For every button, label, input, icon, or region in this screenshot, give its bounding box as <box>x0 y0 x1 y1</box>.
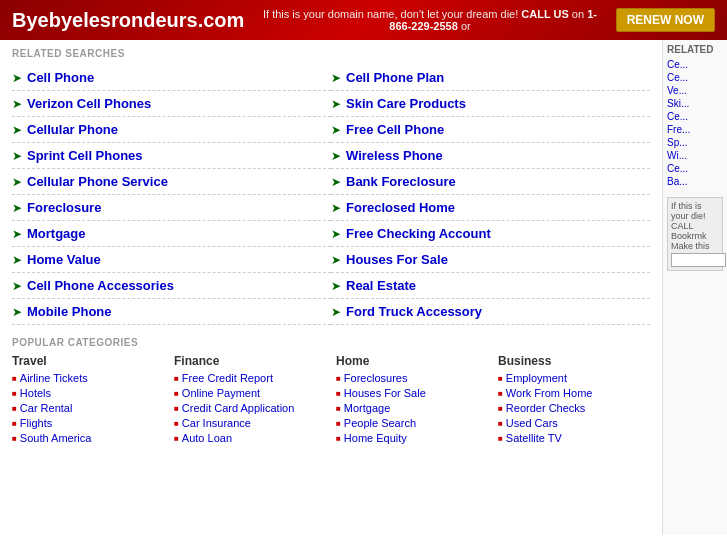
related-link[interactable]: Real Estate <box>346 278 416 293</box>
bullet-icon: ■ <box>336 419 341 428</box>
bullet-icon: ■ <box>174 389 179 398</box>
related-item-right: ➤Cell Phone Plan <box>331 65 650 91</box>
category-link[interactable]: ■Satellite TV <box>498 432 650 444</box>
category-link[interactable]: ■Reorder Checks <box>498 402 650 414</box>
sidebar-input[interactable] <box>671 253 726 267</box>
related-link[interactable]: Cellular Phone Service <box>27 174 168 189</box>
category-column: Home■Foreclosures■Houses For Sale■Mortga… <box>336 354 488 447</box>
category-link[interactable]: ■Credit Card Application <box>174 402 326 414</box>
related-link[interactable]: Home Value <box>27 252 101 267</box>
sidebar-bottom-text: If this is your die! CALL Bookrmk Make t… <box>671 201 719 251</box>
sidebar-link[interactable]: Ba... <box>667 176 723 187</box>
related-link[interactable]: Free Checking Account <box>346 226 491 241</box>
related-searches-label: RELATED SEARCHES <box>12 48 650 59</box>
site-title: Byebyelesrondeurs.com <box>12 9 244 32</box>
sidebar-link[interactable]: Sp... <box>667 137 723 148</box>
bullet-icon: ■ <box>12 434 17 443</box>
bullet-icon: ■ <box>336 374 341 383</box>
bullet-icon: ■ <box>174 404 179 413</box>
related-right-col: ➤Cell Phone Plan➤Skin Care Products➤Free… <box>331 65 650 325</box>
related-link[interactable]: Skin Care Products <box>346 96 466 111</box>
related-link[interactable]: Bank Foreclosure <box>346 174 456 189</box>
category-link[interactable]: ■Hotels <box>12 387 164 399</box>
bullet-icon: ■ <box>12 419 17 428</box>
arrow-icon: ➤ <box>331 123 341 137</box>
related-searches-grid: ➤Cell Phone➤Verizon Cell Phones➤Cellular… <box>12 65 650 325</box>
category-link[interactable]: ■Car Rental <box>12 402 164 414</box>
category-column: Finance■Free Credit Report■Online Paymen… <box>174 354 326 447</box>
related-link[interactable]: Foreclosed Home <box>346 200 455 215</box>
sidebar-link[interactable]: Ce... <box>667 163 723 174</box>
category-link[interactable]: ■Employment <box>498 372 650 384</box>
related-item-left: ➤Cellular Phone <box>12 117 331 143</box>
related-link[interactable]: Houses For Sale <box>346 252 448 267</box>
arrow-icon: ➤ <box>12 149 22 163</box>
related-link[interactable]: Mobile Phone <box>27 304 112 319</box>
related-item-left: ➤Foreclosure <box>12 195 331 221</box>
arrow-icon: ➤ <box>331 279 341 293</box>
category-title: Travel <box>12 354 164 368</box>
arrow-icon: ➤ <box>331 71 341 85</box>
related-item-right: ➤Foreclosed Home <box>331 195 650 221</box>
category-link[interactable]: ■South America <box>12 432 164 444</box>
sidebar-link[interactable]: Ce... <box>667 111 723 122</box>
sidebar-link[interactable]: Fre... <box>667 124 723 135</box>
related-link[interactable]: Ford Truck Accessory <box>346 304 482 319</box>
category-title: Home <box>336 354 488 368</box>
or-text: or <box>461 20 471 32</box>
related-link[interactable]: Foreclosure <box>27 200 101 215</box>
related-left-col: ➤Cell Phone➤Verizon Cell Phones➤Cellular… <box>12 65 331 325</box>
arrow-icon: ➤ <box>12 305 22 319</box>
sidebar-link[interactable]: Wi... <box>667 150 723 161</box>
sidebar-link[interactable]: Ce... <box>667 72 723 83</box>
related-item-left: ➤Mobile Phone <box>12 299 331 325</box>
related-link[interactable]: Verizon Cell Phones <box>27 96 151 111</box>
subtitle-pre: If this is your domain name, don't let y… <box>263 8 518 20</box>
related-link[interactable]: Free Cell Phone <box>346 122 444 137</box>
content-area: RELATED SEARCHES ➤Cell Phone➤Verizon Cel… <box>0 40 662 535</box>
category-link[interactable]: ■Mortgage <box>336 402 488 414</box>
header-subtitle: If this is your domain name, don't let y… <box>244 8 615 32</box>
related-link[interactable]: Cellular Phone <box>27 122 118 137</box>
related-item-right: ➤Skin Care Products <box>331 91 650 117</box>
sidebar-link[interactable]: Ve... <box>667 85 723 96</box>
bullet-icon: ■ <box>174 374 179 383</box>
category-link[interactable]: ■Car Insurance <box>174 417 326 429</box>
category-link[interactable]: ■Work From Home <box>498 387 650 399</box>
arrow-icon: ➤ <box>331 149 341 163</box>
category-link[interactable]: ■Foreclosures <box>336 372 488 384</box>
related-item-left: ➤Mortgage <box>12 221 331 247</box>
category-title: Business <box>498 354 650 368</box>
category-link[interactable]: ■Airline Tickets <box>12 372 164 384</box>
renew-button[interactable]: RENEW NOW <box>616 8 715 32</box>
related-item-left: ➤Cellular Phone Service <box>12 169 331 195</box>
bullet-icon: ■ <box>498 404 503 413</box>
category-link[interactable]: ■Houses For Sale <box>336 387 488 399</box>
bullet-icon: ■ <box>12 389 17 398</box>
category-link[interactable]: ■Used Cars <box>498 417 650 429</box>
related-link[interactable]: Cell Phone <box>27 70 94 85</box>
bullet-icon: ■ <box>336 434 341 443</box>
bullet-icon: ■ <box>174 434 179 443</box>
category-link[interactable]: ■Auto Loan <box>174 432 326 444</box>
related-item-left: ➤Cell Phone <box>12 65 331 91</box>
arrow-icon: ➤ <box>12 227 22 241</box>
arrow-icon: ➤ <box>12 71 22 85</box>
bullet-icon: ■ <box>12 404 17 413</box>
bullet-icon: ■ <box>498 434 503 443</box>
related-link[interactable]: Mortgage <box>27 226 86 241</box>
related-link[interactable]: Sprint Cell Phones <box>27 148 143 163</box>
related-link[interactable]: Cell Phone Accessories <box>27 278 174 293</box>
category-link[interactable]: ■Home Equity <box>336 432 488 444</box>
arrow-icon: ➤ <box>331 201 341 215</box>
related-link[interactable]: Cell Phone Plan <box>346 70 444 85</box>
category-link[interactable]: ■Flights <box>12 417 164 429</box>
category-link[interactable]: ■Online Payment <box>174 387 326 399</box>
category-link[interactable]: ■People Search <box>336 417 488 429</box>
sidebar-link[interactable]: Ski... <box>667 98 723 109</box>
arrow-icon: ➤ <box>12 201 22 215</box>
related-link[interactable]: Wireless Phone <box>346 148 443 163</box>
category-link[interactable]: ■Free Credit Report <box>174 372 326 384</box>
call-us-label: CALL US <box>521 8 568 20</box>
sidebar-link[interactable]: Ce... <box>667 59 723 70</box>
